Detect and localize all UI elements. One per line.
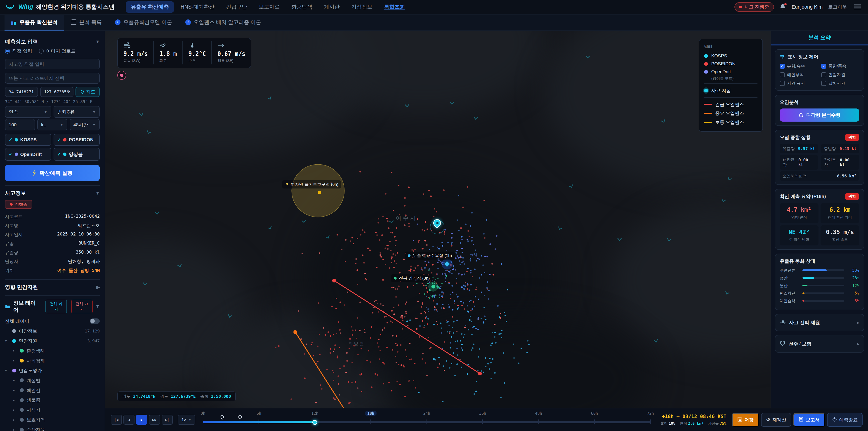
- layer-row[interactable]: ▸보호지역: [5, 415, 100, 425]
- chevron-icon[interactable]: ▸: [13, 348, 17, 353]
- tab[interactable]: 유출유 확산분석: [4, 15, 64, 31]
- timeline-handle[interactable]: [312, 420, 317, 425]
- layer-master-row[interactable]: 전체 레이어: [5, 316, 100, 326]
- fence-endpoint-dot[interactable]: [293, 330, 297, 334]
- 보고서-button[interactable]: 보고서: [794, 413, 825, 427]
- oil-fence-line[interactable]: [296, 332, 344, 408]
- timeline-tick[interactable]: 60h: [591, 411, 598, 415]
- play-button[interactable]: ▶: [136, 415, 147, 425]
- oil-fence-line[interactable]: [334, 281, 480, 374]
- chevron-icon[interactable]: ▾: [5, 368, 9, 373]
- layers-all-off-button[interactable]: 전체 끄기: [71, 300, 93, 313]
- timeline-tick[interactable]: 18h: [365, 411, 377, 415]
- nav-item[interactable]: 보고자료: [254, 1, 285, 13]
- 예측종료-button[interactable]: 예측종료: [827, 413, 862, 427]
- skip-start-button[interactable]: |◀: [111, 415, 122, 425]
- tab[interactable]: i유출유확산모델 이론: [108, 15, 179, 31]
- timeline-tick[interactable]: 12h: [311, 411, 318, 415]
- layer-row[interactable]: ▸계절별: [5, 375, 100, 386]
- layer-master-toggle[interactable]: [90, 318, 100, 324]
- fast-forward-button[interactable]: ▶▶: [149, 415, 160, 425]
- model-toggle-button[interactable]: ✓OpenDrift: [5, 148, 51, 160]
- display-option-checkbox[interactable]: 민감자원: [821, 72, 859, 78]
- playback-speed-select[interactable]: 1× ▼: [178, 415, 195, 425]
- unit-select[interactable]: kL ▼: [37, 119, 67, 131]
- layer-row[interactable]: ▸수산자원: [5, 425, 100, 431]
- basemap-toggle-button[interactable]: [117, 71, 126, 80]
- fence-deploy-marker[interactable]: [238, 415, 242, 421]
- model-toggle-button[interactable]: ✓앙상블: [54, 148, 100, 160]
- model-toggle-button[interactable]: ✓KOSPS: [5, 134, 51, 146]
- display-option-checkbox[interactable]: ✓풍향/풍속: [821, 63, 859, 69]
- layer-row[interactable]: ▸서식지: [5, 405, 100, 415]
- incident-active-badge[interactable]: 사고 진행중: [735, 2, 774, 12]
- pick-on-map-button[interactable]: 지도: [75, 87, 100, 97]
- fence-deploy-marker[interactable]: [220, 415, 224, 421]
- timeline-track-area[interactable]: 0h6h12h18h24h36h48h60h72h: [203, 408, 650, 431]
- notifications-button[interactable]: [779, 4, 786, 10]
- analysis-summary-tab[interactable]: 분석 요약: [771, 31, 868, 45]
- incident-section-header[interactable]: 사고정보 ▼: [5, 190, 100, 196]
- layer-row[interactable]: ▸사회경제: [5, 356, 100, 366]
- tab[interactable]: i오일펜스 배치 알고리즘 이론: [179, 15, 268, 31]
- nav-item[interactable]: HNS·대기확산: [176, 1, 219, 13]
- fence-endpoint-dot[interactable]: [478, 372, 482, 376]
- display-option-checkbox[interactable]: 예인부착: [780, 72, 818, 78]
- run-prediction-button[interactable]: 확산예측 실행: [5, 165, 100, 181]
- collapsible-section[interactable]: 선주 / 보험▸: [775, 335, 864, 352]
- nav-item[interactable]: 항공탐색: [286, 1, 317, 13]
- fence-endpoint-dot[interactable]: [332, 279, 336, 282]
- nav-item[interactable]: 게시판: [319, 1, 345, 13]
- timeline-tick[interactable]: 6h: [256, 411, 261, 415]
- sensitive-resources-header[interactable]: 영향 민감자원 ▶: [5, 284, 100, 291]
- longitude-input[interactable]: [40, 87, 73, 97]
- spill-type-select[interactable]: 연속 ▼: [5, 106, 51, 118]
- incident-list-input[interactable]: [5, 73, 100, 84]
- prediction-section-header[interactable]: 예측정보 입력 ▼: [5, 38, 100, 45]
- radio-direct-input[interactable]: 직접 입력: [5, 48, 32, 54]
- timeline-tick[interactable]: 0h: [201, 411, 206, 415]
- nav-item[interactable]: 긴급구난: [221, 1, 252, 13]
- chevron-icon[interactable]: ▸: [13, 378, 17, 382]
- layers-all-on-button[interactable]: 전체 켜기: [45, 300, 67, 313]
- model-toggle-button[interactable]: ✓POSEIDON: [54, 134, 100, 146]
- layer-row[interactable]: 어장정보17,129: [5, 326, 100, 336]
- 저장-button[interactable]: 저장: [732, 413, 759, 427]
- display-option-checkbox[interactable]: 날씨시간: [821, 81, 859, 86]
- beach-label[interactable]: 무슬포 해수욕장 (1h): [405, 251, 455, 260]
- layer-row[interactable]: ▾민감도평가: [5, 366, 100, 375]
- layer-row[interactable]: ▸환경생태: [5, 346, 100, 356]
- protected-area-label[interactable]: ⚑ 여자만 습지보호구역 (6h): [282, 180, 341, 188]
- layer-row[interactable]: ▾민감자원3,947: [5, 336, 100, 346]
- timeline-track[interactable]: [203, 421, 650, 423]
- farm-label[interactable]: 전복 양식장 (3h): [391, 274, 432, 282]
- chevron-icon[interactable]: ▸: [13, 398, 17, 402]
- layers-section-header[interactable]: 정보 레이어 전체 켜기 전체 끄기 ▼: [5, 300, 100, 313]
- duration-select[interactable]: 48시간 ▼: [70, 119, 100, 131]
- layer-row[interactable]: ▸생물종: [5, 395, 100, 405]
- timeline-tick[interactable]: 36h: [479, 411, 486, 415]
- display-option-checkbox[interactable]: 시간 표시: [780, 81, 818, 86]
- display-option-checkbox[interactable]: ✓유향/유속: [780, 63, 818, 69]
- map-canvas[interactable]: 여수시 화양면 ⚑ 여자만 습지보호구역 (6h): [105, 31, 771, 408]
- chevron-icon[interactable]: ▸: [13, 427, 17, 431]
- timeline-tick[interactable]: 48h: [535, 411, 542, 415]
- chevron-icon[interactable]: ▸: [13, 388, 17, 393]
- radio-image-upload[interactable]: 이미지 업로드: [39, 48, 75, 54]
- polygon-analysis-button[interactable]: 다각형 분석수행: [780, 109, 860, 121]
- timeline-tick[interactable]: 24h: [423, 411, 430, 415]
- app-logo[interactable]: Wing 해양환경 위기대응 통합시스템: [5, 3, 115, 11]
- user-name[interactable]: Eunjeong Kim: [792, 4, 823, 10]
- nav-item[interactable]: 기상정보: [346, 1, 377, 13]
- nav-item[interactable]: 통합조회: [379, 1, 410, 13]
- step-back-button[interactable]: ◀: [123, 415, 134, 425]
- oil-type-select[interactable]: 벙커C유 ▼: [54, 106, 100, 118]
- 재계산-button[interactable]: ↺재계산: [761, 413, 791, 427]
- nav-item[interactable]: 유출유 확산예측: [126, 1, 174, 13]
- hamburger-menu-button[interactable]: [852, 3, 862, 11]
- tab[interactable]: 분석 목록: [64, 15, 108, 31]
- chevron-icon[interactable]: ▸: [13, 407, 17, 412]
- amount-input[interactable]: [5, 119, 35, 131]
- incident-name-input[interactable]: [5, 59, 100, 70]
- collapsible-section[interactable]: 사고 선박 제원▸: [775, 314, 864, 331]
